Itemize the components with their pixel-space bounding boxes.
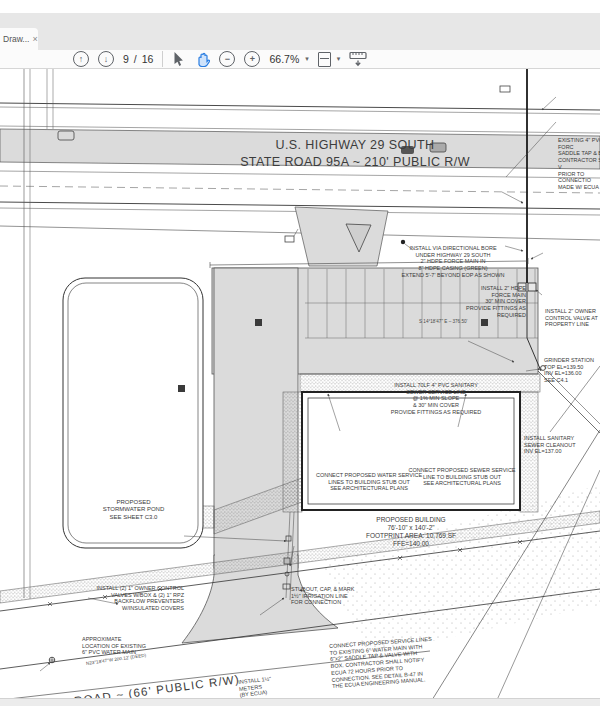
zoom-in-button[interactable]: + bbox=[244, 51, 260, 67]
page-down-button[interactable]: ↓ bbox=[98, 51, 114, 67]
page-separator: / bbox=[134, 53, 137, 65]
annotation-grinder-station: GRINDER STATION TOP EL=139.50 INV EL=136… bbox=[544, 357, 600, 384]
bearing-top-label: S 14°18'47" E – 376.50' bbox=[419, 319, 467, 324]
annotation-existing-force-main: EXISTING 4" PVC FORC SADDLE TAP & BRASS … bbox=[558, 137, 600, 191]
annotation-sewer-cleanout: INSTALL SANITARY SEWER CLEANOUT INV EL=1… bbox=[524, 435, 582, 455]
zoom-level-value[interactable]: 66.7% bbox=[269, 53, 299, 65]
toolbar-divider bbox=[162, 51, 163, 67]
zoom-out-button[interactable]: − bbox=[219, 51, 235, 67]
document-tab[interactable]: Draw... × bbox=[0, 28, 38, 50]
select-tool-icon[interactable] bbox=[172, 52, 185, 67]
annotation-owner-control-valve: INSTALL 2" OWNER CONTROL VALVE AT PROPER… bbox=[545, 308, 600, 328]
tab-title: Draw... bbox=[3, 34, 29, 44]
pdf-page[interactable]: U.S. HIGHWAY 29 SOUTH STATE ROAD 95A ~ 2… bbox=[0, 68, 600, 706]
highway-title-line1: U.S. HIGHWAY 29 SOUTH bbox=[195, 138, 515, 152]
annotation-directional-bore: INSTALL VIA DIRECTIONAL BORE UNDER HIGHW… bbox=[388, 245, 518, 279]
annotation-stubout-irrigation: STUBOUT, CAP, & MARK 1½" IRRIGATION LINE… bbox=[291, 586, 376, 606]
measure-tool-icon[interactable] bbox=[349, 51, 368, 67]
building-label: PROPOSED BUILDING 76'-10" x 140'-2" FOOT… bbox=[343, 516, 479, 548]
page-total: 16 bbox=[142, 53, 154, 65]
page-up-button[interactable]: ↑ bbox=[73, 51, 89, 67]
annotation-connect-sewer: CONNECT PROPOSED SEWER SERVICE LINE TO B… bbox=[406, 467, 518, 487]
annotation-control-valves: INSTALL (2) 1" OWNER CONTROL VALVES W/BO… bbox=[80, 585, 184, 612]
annotation-connect-service: CONNECT PROPOSED SERVICE LINES TO EXISTI… bbox=[329, 634, 457, 690]
page-fit-icon[interactable] bbox=[318, 52, 331, 67]
page-fit-caret-icon[interactable]: ▾ bbox=[337, 55, 341, 63]
window-top-strip bbox=[0, 0, 600, 13]
page-number-indicator[interactable]: 9 / 16 bbox=[123, 53, 153, 65]
annotation-approx-water-main: APPROXIMATE LOCATION OF EXISTING 6" PVC … bbox=[82, 636, 162, 656]
highway-title-line2: STATE ROAD 95A ~ 210' PUBLIC R/W bbox=[185, 155, 525, 169]
tab-bar: Draw... × bbox=[0, 13, 600, 51]
tab-close-icon[interactable]: × bbox=[32, 34, 37, 44]
pond-label: PROPOSED STORMWATER POND SEE SHEET C3.0 bbox=[86, 499, 181, 521]
zoom-dropdown-caret-icon[interactable]: ▾ bbox=[305, 55, 309, 63]
page-current[interactable]: 9 bbox=[123, 53, 129, 65]
hand-tool-icon[interactable] bbox=[194, 51, 210, 67]
page-bottom-gap bbox=[0, 698, 600, 706]
viewer-toolbar: ↑ ↓ 9 / 16 − + 66.7% ▾ ▾ bbox=[0, 50, 600, 69]
annotation-hdpe-force-main: INSTALL 2" HDPE FORCE MAIN 30" MIN COVER… bbox=[438, 285, 526, 319]
annotation-sanitary-service: INSTALL 70LF 4" PVC SANITARY SEWER SERVI… bbox=[390, 382, 482, 416]
